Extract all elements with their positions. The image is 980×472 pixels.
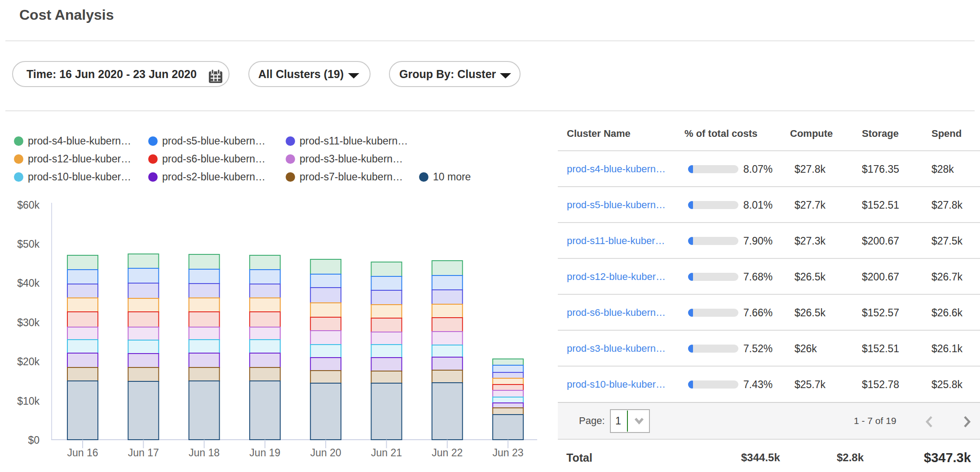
- svg-text:$60k: $60k: [17, 199, 40, 211]
- svg-text:$20k: $20k: [17, 356, 40, 367]
- svg-text:Jun 23: Jun 23: [493, 447, 524, 459]
- svg-text:$10k: $10k: [17, 395, 40, 407]
- svg-text:Jun 18: Jun 18: [189, 447, 220, 459]
- svg-text:Jun 16: Jun 16: [67, 447, 98, 459]
- svg-text:$40k: $40k: [17, 277, 40, 289]
- svg-text:$0: $0: [28, 434, 40, 446]
- svg-text:Jun 22: Jun 22: [432, 447, 463, 459]
- svg-text:$30k: $30k: [17, 317, 40, 328]
- svg-text:Jun 20: Jun 20: [310, 447, 341, 459]
- svg-text:Jun 21: Jun 21: [371, 447, 402, 459]
- svg-text:$50k: $50k: [17, 238, 40, 250]
- svg-text:Jun 17: Jun 17: [128, 447, 159, 459]
- svg-text:Jun 19: Jun 19: [249, 447, 280, 459]
